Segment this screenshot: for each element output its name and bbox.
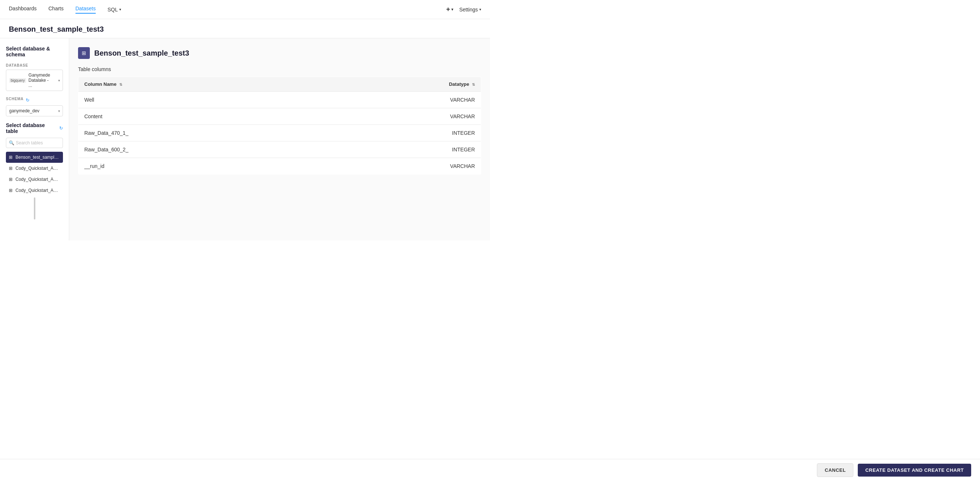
- right-content: ⊞ Benson_test_sample_test3 Table columns…: [69, 38, 490, 240]
- table-row: WellVARCHAR: [78, 92, 481, 108]
- settings-label: Settings: [459, 6, 478, 13]
- columns-table: Column Name ⇅ Datatype ⇅ WellVARCHARCont…: [78, 76, 481, 175]
- plus-icon: +: [446, 6, 450, 13]
- col-name-cell: __run_id: [78, 158, 319, 175]
- table-list-item[interactable]: ⊞ Cody_Quickstart_Absorbance_Change_T: [6, 185, 63, 196]
- col-name-cell: Raw_Data_600_2_: [78, 142, 319, 158]
- search-icon: 🔍: [9, 140, 14, 145]
- table-icon: ⊞: [9, 166, 13, 171]
- nav-plus-button[interactable]: + ▾: [446, 6, 453, 13]
- dataset-header: ⊞ Benson_test_sample_test3: [78, 47, 481, 59]
- table-list: ⊞ Benson_test_sample_test3 ⊞ Cody_Quicks…: [6, 152, 63, 196]
- table-list-item[interactable]: ⊞ Cody_Quickstart_Absorbance_Change_T: [6, 174, 63, 185]
- nav-item-dashboards[interactable]: Dashboards: [9, 6, 37, 14]
- col-type-cell: VARCHAR: [318, 92, 481, 108]
- table-icon: ⊞: [9, 188, 13, 193]
- scroll-indicator: [34, 197, 35, 220]
- table-name: Benson_test_sample_test3: [16, 154, 60, 160]
- db-label: DATABASE: [6, 63, 63, 67]
- dataset-table-icon: ⊞: [78, 47, 90, 59]
- col-name-cell: Content: [78, 108, 319, 125]
- top-nav: Dashboards Charts Datasets SQL ▾ + ▾ Set…: [0, 0, 490, 19]
- col-type-cell: VARCHAR: [318, 158, 481, 175]
- table-icon: ⊞: [9, 177, 13, 182]
- col-name-header[interactable]: Column Name ⇅: [78, 77, 319, 92]
- col-name-cell: Raw_Data_470_1_: [78, 125, 319, 142]
- col-type-cell: INTEGER: [318, 125, 481, 142]
- table-header-row: Column Name ⇅ Datatype ⇅: [78, 77, 481, 92]
- table-list-item[interactable]: ⊞ Benson_test_sample_test3: [6, 152, 63, 163]
- nav-right: + ▾ Settings ▾: [446, 6, 481, 13]
- table-name: Cody_Quickstart_Absorbance_Change_T: [16, 188, 60, 193]
- col-type-cell: VARCHAR: [318, 108, 481, 125]
- col-type-header[interactable]: Datatype ⇅: [318, 77, 481, 92]
- db-select[interactable]: bigquery Ganymede Datalake - ...: [6, 70, 63, 91]
- plus-chevron-icon: ▾: [451, 7, 453, 11]
- sort-icon: ⇅: [119, 83, 122, 86]
- col-type-cell: INTEGER: [318, 142, 481, 158]
- sidebar: Select database & schema DATABASE bigque…: [0, 38, 69, 240]
- table-refresh-icon[interactable]: ↻: [59, 126, 63, 131]
- nav-item-charts[interactable]: Charts: [49, 6, 64, 14]
- sort-icon: ⇅: [472, 83, 475, 86]
- schema-label: SCHEMA: [6, 97, 24, 101]
- nav-items: Dashboards Charts Datasets SQL ▾: [9, 6, 446, 14]
- search-wrapper: 🔍: [6, 138, 63, 148]
- dataset-title: Benson_test_sample_test3: [94, 49, 189, 57]
- nav-sql-label: SQL: [108, 6, 118, 13]
- schema-label-row: SCHEMA ↻: [6, 97, 63, 103]
- table-section-title: Select database table: [6, 122, 57, 134]
- table-icon: ⊞: [9, 154, 13, 160]
- schema-refresh-icon[interactable]: ↻: [26, 97, 29, 103]
- page-title-bar: Benson_test_sample_test3: [0, 19, 490, 38]
- table-name: Cody_Quickstart_Absorbance_Change_E: [16, 166, 60, 171]
- table-columns-label: Table columns: [78, 66, 481, 72]
- schema-value: ganymede_dev: [9, 108, 40, 113]
- table-row: Raw_Data_470_1_INTEGER: [78, 125, 481, 142]
- search-input[interactable]: [6, 138, 63, 148]
- table-list-item[interactable]: ⊞ Cody_Quickstart_Absorbance_Change_E: [6, 163, 63, 174]
- table-name: Cody_Quickstart_Absorbance_Change_T: [16, 177, 60, 182]
- table-section-title-row: Select database table ↻: [6, 122, 63, 134]
- sidebar-section-title: Select database & schema: [6, 46, 63, 57]
- table-row: Raw_Data_600_2_INTEGER: [78, 142, 481, 158]
- table-row: ContentVARCHAR: [78, 108, 481, 125]
- nav-item-datasets[interactable]: Datasets: [75, 6, 96, 14]
- page-title: Benson_test_sample_test3: [9, 25, 481, 33]
- db-badge: bigquery: [9, 78, 26, 83]
- col-name-cell: Well: [78, 92, 319, 108]
- db-value: Ganymede Datalake - ...: [29, 73, 52, 88]
- nav-settings-button[interactable]: Settings ▾: [459, 6, 481, 13]
- table-row: __run_idVARCHAR: [78, 158, 481, 175]
- main-layout: Select database & schema DATABASE bigque…: [0, 38, 490, 240]
- schema-select[interactable]: ganymede_dev: [6, 105, 63, 116]
- schema-select-wrapper: ganymede_dev ▾: [6, 105, 63, 116]
- db-select-wrapper: bigquery Ganymede Datalake - ... ▾: [6, 70, 63, 91]
- nav-sql-chevron: ▾: [119, 7, 121, 11]
- nav-item-sql[interactable]: SQL ▾: [108, 6, 121, 13]
- settings-chevron-icon: ▾: [479, 7, 481, 11]
